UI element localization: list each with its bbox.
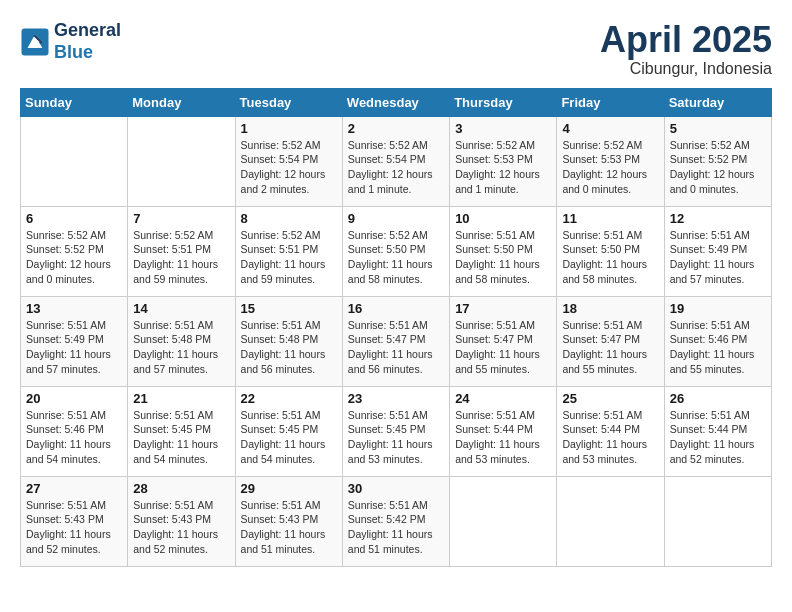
weekday-friday: Friday	[557, 88, 664, 116]
day-number: 3	[455, 121, 551, 136]
calendar-cell: 24Sunrise: 5:51 AM Sunset: 5:44 PM Dayli…	[450, 386, 557, 476]
cell-details: Sunrise: 5:52 AM Sunset: 5:54 PM Dayligh…	[241, 138, 337, 197]
cell-details: Sunrise: 5:52 AM Sunset: 5:51 PM Dayligh…	[133, 228, 229, 287]
cell-details: Sunrise: 5:52 AM Sunset: 5:53 PM Dayligh…	[455, 138, 551, 197]
cell-details: Sunrise: 5:51 AM Sunset: 5:42 PM Dayligh…	[348, 498, 444, 557]
day-number: 22	[241, 391, 337, 406]
week-row-3: 13Sunrise: 5:51 AM Sunset: 5:49 PM Dayli…	[21, 296, 772, 386]
weekday-monday: Monday	[128, 88, 235, 116]
logo-icon	[20, 27, 50, 57]
day-number: 1	[241, 121, 337, 136]
day-number: 12	[670, 211, 766, 226]
cell-details: Sunrise: 5:52 AM Sunset: 5:52 PM Dayligh…	[670, 138, 766, 197]
day-number: 27	[26, 481, 122, 496]
day-number: 9	[348, 211, 444, 226]
calendar-cell: 14Sunrise: 5:51 AM Sunset: 5:48 PM Dayli…	[128, 296, 235, 386]
cell-details: Sunrise: 5:51 AM Sunset: 5:46 PM Dayligh…	[26, 408, 122, 467]
calendar-cell: 16Sunrise: 5:51 AM Sunset: 5:47 PM Dayli…	[342, 296, 449, 386]
day-number: 13	[26, 301, 122, 316]
cell-details: Sunrise: 5:51 AM Sunset: 5:50 PM Dayligh…	[562, 228, 658, 287]
calendar-cell: 8Sunrise: 5:52 AM Sunset: 5:51 PM Daylig…	[235, 206, 342, 296]
calendar-cell	[664, 476, 771, 566]
calendar-cell: 22Sunrise: 5:51 AM Sunset: 5:45 PM Dayli…	[235, 386, 342, 476]
logo-line1: General	[54, 20, 121, 40]
logo: General Blue	[20, 20, 121, 63]
cell-details: Sunrise: 5:52 AM Sunset: 5:51 PM Dayligh…	[241, 228, 337, 287]
cell-details: Sunrise: 5:51 AM Sunset: 5:45 PM Dayligh…	[348, 408, 444, 467]
day-number: 20	[26, 391, 122, 406]
calendar-cell	[557, 476, 664, 566]
cell-details: Sunrise: 5:51 AM Sunset: 5:45 PM Dayligh…	[133, 408, 229, 467]
calendar-cell: 17Sunrise: 5:51 AM Sunset: 5:47 PM Dayli…	[450, 296, 557, 386]
day-number: 21	[133, 391, 229, 406]
cell-details: Sunrise: 5:52 AM Sunset: 5:50 PM Dayligh…	[348, 228, 444, 287]
location-subtitle: Cibungur, Indonesia	[600, 60, 772, 78]
day-number: 29	[241, 481, 337, 496]
calendar-cell: 20Sunrise: 5:51 AM Sunset: 5:46 PM Dayli…	[21, 386, 128, 476]
cell-details: Sunrise: 5:51 AM Sunset: 5:45 PM Dayligh…	[241, 408, 337, 467]
day-number: 26	[670, 391, 766, 406]
cell-details: Sunrise: 5:51 AM Sunset: 5:47 PM Dayligh…	[348, 318, 444, 377]
calendar-table: SundayMondayTuesdayWednesdayThursdayFrid…	[20, 88, 772, 567]
week-row-2: 6Sunrise: 5:52 AM Sunset: 5:52 PM Daylig…	[21, 206, 772, 296]
day-number: 2	[348, 121, 444, 136]
calendar-cell: 9Sunrise: 5:52 AM Sunset: 5:50 PM Daylig…	[342, 206, 449, 296]
weekday-thursday: Thursday	[450, 88, 557, 116]
cell-details: Sunrise: 5:51 AM Sunset: 5:49 PM Dayligh…	[26, 318, 122, 377]
cell-details: Sunrise: 5:52 AM Sunset: 5:53 PM Dayligh…	[562, 138, 658, 197]
calendar-cell: 25Sunrise: 5:51 AM Sunset: 5:44 PM Dayli…	[557, 386, 664, 476]
calendar-cell: 1Sunrise: 5:52 AM Sunset: 5:54 PM Daylig…	[235, 116, 342, 206]
logo-text: General Blue	[54, 20, 121, 63]
cell-details: Sunrise: 5:51 AM Sunset: 5:49 PM Dayligh…	[670, 228, 766, 287]
calendar-cell: 15Sunrise: 5:51 AM Sunset: 5:48 PM Dayli…	[235, 296, 342, 386]
day-number: 17	[455, 301, 551, 316]
calendar-cell	[128, 116, 235, 206]
weekday-saturday: Saturday	[664, 88, 771, 116]
cell-details: Sunrise: 5:52 AM Sunset: 5:52 PM Dayligh…	[26, 228, 122, 287]
calendar-cell	[450, 476, 557, 566]
calendar-cell: 2Sunrise: 5:52 AM Sunset: 5:54 PM Daylig…	[342, 116, 449, 206]
cell-details: Sunrise: 5:51 AM Sunset: 5:44 PM Dayligh…	[670, 408, 766, 467]
cell-details: Sunrise: 5:51 AM Sunset: 5:46 PM Dayligh…	[670, 318, 766, 377]
day-number: 16	[348, 301, 444, 316]
calendar-cell: 27Sunrise: 5:51 AM Sunset: 5:43 PM Dayli…	[21, 476, 128, 566]
weekday-header-row: SundayMondayTuesdayWednesdayThursdayFrid…	[21, 88, 772, 116]
day-number: 6	[26, 211, 122, 226]
day-number: 4	[562, 121, 658, 136]
calendar-cell: 28Sunrise: 5:51 AM Sunset: 5:43 PM Dayli…	[128, 476, 235, 566]
day-number: 23	[348, 391, 444, 406]
cell-details: Sunrise: 5:51 AM Sunset: 5:47 PM Dayligh…	[562, 318, 658, 377]
calendar-cell: 19Sunrise: 5:51 AM Sunset: 5:46 PM Dayli…	[664, 296, 771, 386]
day-number: 11	[562, 211, 658, 226]
calendar-cell: 11Sunrise: 5:51 AM Sunset: 5:50 PM Dayli…	[557, 206, 664, 296]
month-title: April 2025	[600, 20, 772, 60]
day-number: 18	[562, 301, 658, 316]
calendar-cell: 29Sunrise: 5:51 AM Sunset: 5:43 PM Dayli…	[235, 476, 342, 566]
cell-details: Sunrise: 5:51 AM Sunset: 5:48 PM Dayligh…	[133, 318, 229, 377]
calendar-body: 1Sunrise: 5:52 AM Sunset: 5:54 PM Daylig…	[21, 116, 772, 566]
day-number: 19	[670, 301, 766, 316]
cell-details: Sunrise: 5:51 AM Sunset: 5:43 PM Dayligh…	[133, 498, 229, 557]
day-number: 25	[562, 391, 658, 406]
calendar-cell: 6Sunrise: 5:52 AM Sunset: 5:52 PM Daylig…	[21, 206, 128, 296]
calendar-cell: 18Sunrise: 5:51 AM Sunset: 5:47 PM Dayli…	[557, 296, 664, 386]
calendar-cell: 3Sunrise: 5:52 AM Sunset: 5:53 PM Daylig…	[450, 116, 557, 206]
calendar-cell: 5Sunrise: 5:52 AM Sunset: 5:52 PM Daylig…	[664, 116, 771, 206]
calendar-cell: 13Sunrise: 5:51 AM Sunset: 5:49 PM Dayli…	[21, 296, 128, 386]
cell-details: Sunrise: 5:51 AM Sunset: 5:48 PM Dayligh…	[241, 318, 337, 377]
page-header: General Blue April 2025 Cibungur, Indone…	[20, 20, 772, 78]
cell-details: Sunrise: 5:51 AM Sunset: 5:43 PM Dayligh…	[26, 498, 122, 557]
day-number: 28	[133, 481, 229, 496]
calendar-cell: 4Sunrise: 5:52 AM Sunset: 5:53 PM Daylig…	[557, 116, 664, 206]
calendar-cell: 10Sunrise: 5:51 AM Sunset: 5:50 PM Dayli…	[450, 206, 557, 296]
weekday-wednesday: Wednesday	[342, 88, 449, 116]
day-number: 10	[455, 211, 551, 226]
cell-details: Sunrise: 5:51 AM Sunset: 5:47 PM Dayligh…	[455, 318, 551, 377]
calendar-cell: 30Sunrise: 5:51 AM Sunset: 5:42 PM Dayli…	[342, 476, 449, 566]
calendar-cell: 26Sunrise: 5:51 AM Sunset: 5:44 PM Dayli…	[664, 386, 771, 476]
logo-line2: Blue	[54, 42, 93, 62]
cell-details: Sunrise: 5:52 AM Sunset: 5:54 PM Dayligh…	[348, 138, 444, 197]
calendar-cell: 12Sunrise: 5:51 AM Sunset: 5:49 PM Dayli…	[664, 206, 771, 296]
title-block: April 2025 Cibungur, Indonesia	[600, 20, 772, 78]
week-row-4: 20Sunrise: 5:51 AM Sunset: 5:46 PM Dayli…	[21, 386, 772, 476]
